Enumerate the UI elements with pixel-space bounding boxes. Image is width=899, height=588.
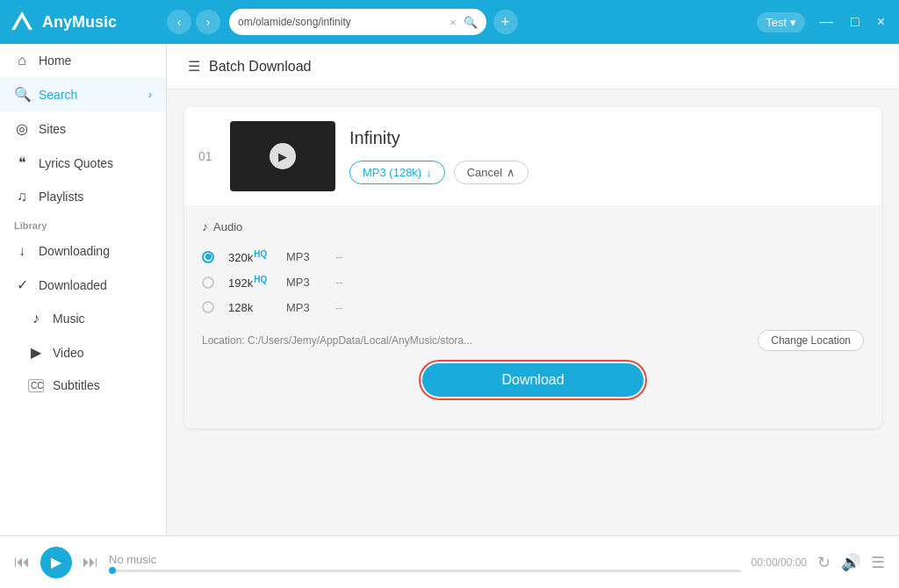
- download-button-outer-ring: Download: [419, 360, 646, 400]
- thumbnail-play-button[interactable]: ▶: [270, 143, 296, 169]
- url-bar[interactable]: om/olamide/song/infinity × 🔍: [229, 9, 486, 35]
- player-progress-bar[interactable]: [109, 570, 741, 572]
- hq-badge-320k: HQ: [254, 249, 267, 259]
- tab-close-icon[interactable]: ×: [450, 16, 457, 29]
- library-section-label: Library: [0, 213, 166, 234]
- close-window-button[interactable]: ×: [872, 12, 890, 32]
- user-name: Test: [766, 16, 787, 29]
- app-name: AnyMusic: [42, 13, 117, 32]
- video-icon: ▶: [28, 344, 44, 361]
- sidebar-item-home[interactable]: ⌂ Home: [0, 44, 166, 77]
- sidebar-item-sites[interactable]: ◎ Sites: [0, 111, 166, 146]
- cancel-label: Cancel: [467, 166, 502, 179]
- sidebar-item-lyrics-label: Lyrics Quotes: [39, 156, 113, 170]
- audio-section-label: ♪ Audio: [202, 219, 864, 233]
- sidebar-item-home-label: Home: [39, 54, 71, 68]
- search-icon: 🔍: [14, 86, 30, 103]
- quality-option-192k[interactable]: 192kHQ MP3 --: [202, 269, 864, 295]
- sidebar-item-playlists[interactable]: ♫ Playlists: [0, 180, 166, 213]
- user-chevron-icon: ▾: [790, 16, 796, 29]
- player-prev-button[interactable]: ⏮: [14, 553, 30, 571]
- radio-192k[interactable]: [202, 276, 214, 289]
- title-bar: AnyMusic ‹ › om/olamide/song/infinity × …: [0, 0, 899, 44]
- content-area: ☰ Batch Download 01 ▶ Infinity MP3 (128k…: [167, 44, 899, 535]
- radio-128k[interactable]: [202, 301, 214, 313]
- batch-download-title: Batch Download: [209, 59, 312, 75]
- sidebar-item-video[interactable]: ▶ Video: [0, 335, 166, 369]
- hq-badge-192k: HQ: [254, 275, 267, 284]
- player-next-button[interactable]: ⏭: [83, 553, 98, 571]
- home-icon: ⌂: [14, 53, 30, 68]
- song-card: 01 ▶ Infinity MP3 (128k) ↓ Cancel ∧: [184, 107, 881, 428]
- sidebar-item-downloading-label: Downloading: [39, 244, 110, 258]
- sidebar-item-search-label: Search: [39, 88, 77, 102]
- download-btn-wrapper: Download: [202, 360, 864, 400]
- downloading-icon: ↓: [14, 243, 30, 259]
- nav-buttons: ‹ ›: [167, 10, 220, 34]
- cancel-button[interactable]: Cancel ∧: [454, 161, 529, 184]
- sidebar-item-sites-label: Sites: [39, 122, 66, 136]
- change-location-button[interactable]: Change Location: [758, 330, 864, 351]
- radio-320k[interactable]: [202, 251, 214, 263]
- sidebar-item-downloaded-label: Downloaded: [39, 278, 107, 292]
- song-thumbnail: ▶: [230, 121, 335, 191]
- player-info: No music: [109, 553, 741, 572]
- detail-192k: --: [335, 276, 343, 289]
- url-search-icon: 🔍: [464, 16, 478, 29]
- back-button[interactable]: ‹: [167, 10, 191, 34]
- format-label: MP3 (128k): [363, 166, 421, 179]
- quality-128k-label: 128k: [228, 301, 272, 314]
- subtitles-icon: CC: [28, 379, 44, 392]
- player-queue-button[interactable]: ☰: [871, 553, 885, 572]
- audio-text: Audio: [213, 220, 242, 233]
- forward-button[interactable]: ›: [196, 10, 220, 34]
- sidebar-item-subtitles[interactable]: CC Subtitles: [0, 369, 166, 401]
- add-tab-button[interactable]: +: [493, 10, 518, 34]
- sidebar-item-search[interactable]: 🔍 Search ›: [0, 77, 166, 111]
- song-number: 01: [198, 149, 216, 163]
- location-row: Location: C:/Users/Jemy/AppData/Local/An…: [202, 330, 864, 351]
- bottom-player: ⏮ ▶ ⏭ No music 00:00/00:00 ↻ 🔊 ☰: [0, 535, 899, 588]
- lyrics-icon: ❝: [14, 154, 30, 171]
- main-layout: ⌂ Home 🔍 Search › ◎ Sites ❝ Lyrics Quote…: [0, 44, 899, 535]
- format-320k-label: MP3: [286, 250, 321, 263]
- sidebar-item-music[interactable]: ♪ Music: [0, 302, 166, 335]
- search-chevron-icon: ›: [148, 89, 152, 101]
- maximize-button[interactable]: □: [845, 12, 865, 32]
- playlists-icon: ♫: [14, 189, 30, 204]
- quality-option-320k[interactable]: 320kHQ MP3 --: [202, 244, 864, 269]
- player-play-button[interactable]: ▶: [40, 547, 72, 578]
- song-title: Infinity: [349, 128, 867, 148]
- detail-320k: --: [335, 250, 343, 263]
- music-icon: ♪: [28, 311, 44, 326]
- sidebar: ⌂ Home 🔍 Search › ◎ Sites ❝ Lyrics Quote…: [0, 44, 167, 535]
- player-volume-button[interactable]: 🔊: [841, 553, 860, 572]
- sidebar-item-music-label: Music: [53, 312, 85, 326]
- song-card-header: 01 ▶ Infinity MP3 (128k) ↓ Cancel ∧: [184, 107, 881, 205]
- minimize-button[interactable]: —: [814, 12, 838, 32]
- format-128k-label: MP3: [286, 301, 321, 314]
- song-actions: MP3 (128k) ↓ Cancel ∧: [349, 161, 867, 184]
- user-menu-button[interactable]: Test ▾: [757, 12, 805, 32]
- player-no-music-label: No music: [109, 553, 741, 566]
- download-options: ♪ Audio 320kHQ MP3 -- 192kHQ MP3: [184, 205, 881, 428]
- sidebar-item-downloaded[interactable]: ✓ Downloaded: [0, 268, 166, 302]
- downloaded-icon: ✓: [14, 276, 30, 293]
- song-info: Infinity MP3 (128k) ↓ Cancel ∧: [349, 128, 867, 184]
- download-button[interactable]: Download: [422, 363, 643, 397]
- logo-area: AnyMusic: [9, 9, 167, 35]
- window-controls: — □ ×: [814, 12, 890, 32]
- format-192k-label: MP3: [286, 276, 321, 289]
- sidebar-item-lyrics[interactable]: ❝ Lyrics Quotes: [0, 146, 166, 180]
- sidebar-item-playlists-label: Playlists: [39, 190, 83, 204]
- url-text: om/olamide/song/infinity: [238, 16, 442, 28]
- location-text: Location: C:/Users/Jemy/AppData/Local/An…: [202, 334, 472, 347]
- quality-192k-label: 192kHQ: [228, 275, 272, 290]
- quality-option-128k[interactable]: 128k MP3 --: [202, 296, 864, 319]
- sidebar-item-downloading[interactable]: ↓ Downloading: [0, 234, 166, 268]
- cancel-chevron-icon: ∧: [507, 166, 515, 179]
- detail-128k: --: [335, 301, 343, 314]
- format-select-button[interactable]: MP3 (128k) ↓: [349, 161, 445, 184]
- player-repeat-button[interactable]: ↻: [817, 553, 831, 572]
- audio-icon: ♪: [202, 219, 208, 233]
